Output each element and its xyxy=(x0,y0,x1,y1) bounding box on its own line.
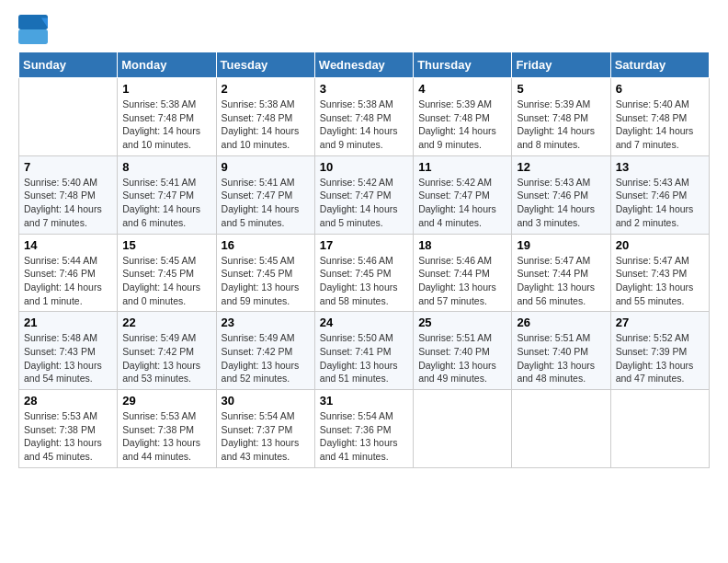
week-row-2: 7Sunrise: 5:40 AMSunset: 7:48 PMDaylight… xyxy=(19,155,710,234)
calendar-table: SundayMondayTuesdayWednesdayThursdayFrid… xyxy=(18,52,710,468)
day-number: 14 xyxy=(24,238,112,252)
calendar-cell: 7Sunrise: 5:40 AMSunset: 7:48 PMDaylight… xyxy=(19,155,118,234)
calendar-cell xyxy=(610,390,709,468)
day-number: 12 xyxy=(517,160,605,174)
day-number: 29 xyxy=(122,394,210,408)
day-info: Sunrise: 5:47 AMSunset: 7:43 PMDaylight:… xyxy=(616,254,704,308)
day-info: Sunrise: 5:53 AMSunset: 7:38 PMDaylight:… xyxy=(24,409,112,464)
header-row: SundayMondayTuesdayWednesdayThursdayFrid… xyxy=(19,52,710,78)
calendar-cell: 10Sunrise: 5:42 AMSunset: 7:47 PMDayligh… xyxy=(314,155,413,234)
calendar-cell: 17Sunrise: 5:46 AMSunset: 7:45 PMDayligh… xyxy=(314,234,413,312)
day-info: Sunrise: 5:51 AMSunset: 7:40 PMDaylight:… xyxy=(418,331,506,385)
day-number: 9 xyxy=(222,160,310,174)
day-info: Sunrise: 5:45 AMSunset: 7:45 PMDaylight:… xyxy=(222,254,310,308)
calendar-cell: 29Sunrise: 5:53 AMSunset: 7:38 PMDayligh… xyxy=(118,390,216,468)
day-info: Sunrise: 5:48 AMSunset: 7:43 PMDaylight:… xyxy=(24,331,112,385)
col-header-saturday: Saturday xyxy=(610,52,709,78)
day-info: Sunrise: 5:49 AMSunset: 7:42 PMDaylight:… xyxy=(122,331,210,385)
calendar-cell xyxy=(414,390,512,468)
day-number: 18 xyxy=(418,238,506,252)
calendar-cell: 24Sunrise: 5:50 AMSunset: 7:41 PMDayligh… xyxy=(314,312,413,390)
day-number: 27 xyxy=(616,316,704,329)
col-header-monday: Monday xyxy=(118,52,216,78)
calendar-cell: 31Sunrise: 5:54 AMSunset: 7:36 PMDayligh… xyxy=(314,390,413,468)
week-row-1: 1Sunrise: 5:38 AMSunset: 7:48 PMDaylight… xyxy=(19,78,710,156)
day-info: Sunrise: 5:53 AMSunset: 7:38 PMDaylight:… xyxy=(122,409,210,464)
calendar-cell: 12Sunrise: 5:43 AMSunset: 7:46 PMDayligh… xyxy=(512,155,610,234)
day-number: 30 xyxy=(222,394,310,408)
day-number: 6 xyxy=(616,82,704,96)
day-number: 20 xyxy=(616,238,704,252)
col-header-thursday: Thursday xyxy=(414,52,512,78)
day-number: 16 xyxy=(222,238,310,252)
day-info: Sunrise: 5:38 AMSunset: 7:48 PMDaylight:… xyxy=(320,98,408,152)
day-info: Sunrise: 5:39 AMSunset: 7:48 PMDaylight:… xyxy=(517,98,605,152)
day-info: Sunrise: 5:41 AMSunset: 7:47 PMDaylight:… xyxy=(222,176,310,230)
day-info: Sunrise: 5:46 AMSunset: 7:45 PMDaylight:… xyxy=(320,254,408,308)
calendar-cell: 25Sunrise: 5:51 AMSunset: 7:40 PMDayligh… xyxy=(414,312,512,390)
day-info: Sunrise: 5:49 AMSunset: 7:42 PMDaylight:… xyxy=(222,331,310,385)
calendar-cell: 5Sunrise: 5:39 AMSunset: 7:48 PMDaylight… xyxy=(512,78,610,156)
col-header-wednesday: Wednesday xyxy=(314,52,413,78)
day-number: 13 xyxy=(616,160,704,174)
day-info: Sunrise: 5:38 AMSunset: 7:48 PMDaylight:… xyxy=(222,98,310,152)
svg-rect-1 xyxy=(18,29,48,44)
logo-icon xyxy=(18,15,48,44)
page-header xyxy=(18,15,710,44)
day-number: 10 xyxy=(320,160,408,174)
day-info: Sunrise: 5:47 AMSunset: 7:44 PMDaylight:… xyxy=(517,254,605,308)
calendar-cell: 19Sunrise: 5:47 AMSunset: 7:44 PMDayligh… xyxy=(512,234,610,312)
day-number: 4 xyxy=(418,82,506,96)
day-number: 19 xyxy=(517,238,605,252)
day-info: Sunrise: 5:50 AMSunset: 7:41 PMDaylight:… xyxy=(320,331,408,385)
day-info: Sunrise: 5:41 AMSunset: 7:47 PMDaylight:… xyxy=(122,176,210,230)
day-info: Sunrise: 5:43 AMSunset: 7:46 PMDaylight:… xyxy=(616,176,704,230)
calendar-cell: 20Sunrise: 5:47 AMSunset: 7:43 PMDayligh… xyxy=(610,234,709,312)
day-number: 26 xyxy=(517,316,605,329)
day-number: 25 xyxy=(418,316,506,329)
calendar-cell: 21Sunrise: 5:48 AMSunset: 7:43 PMDayligh… xyxy=(19,312,118,390)
day-number: 5 xyxy=(517,82,605,96)
day-info: Sunrise: 5:42 AMSunset: 7:47 PMDaylight:… xyxy=(418,176,506,230)
calendar-cell: 11Sunrise: 5:42 AMSunset: 7:47 PMDayligh… xyxy=(414,155,512,234)
calendar-cell: 26Sunrise: 5:51 AMSunset: 7:40 PMDayligh… xyxy=(512,312,610,390)
calendar-cell: 6Sunrise: 5:40 AMSunset: 7:48 PMDaylight… xyxy=(610,78,709,156)
col-header-sunday: Sunday xyxy=(19,52,118,78)
calendar-cell: 9Sunrise: 5:41 AMSunset: 7:47 PMDaylight… xyxy=(216,155,314,234)
day-number: 15 xyxy=(122,238,210,252)
day-info: Sunrise: 5:45 AMSunset: 7:45 PMDaylight:… xyxy=(122,254,210,308)
day-number: 31 xyxy=(320,394,408,408)
col-header-friday: Friday xyxy=(512,52,610,78)
day-info: Sunrise: 5:44 AMSunset: 7:46 PMDaylight:… xyxy=(24,254,112,308)
calendar-cell: 27Sunrise: 5:52 AMSunset: 7:39 PMDayligh… xyxy=(610,312,709,390)
day-number: 8 xyxy=(122,160,210,174)
week-row-5: 28Sunrise: 5:53 AMSunset: 7:38 PMDayligh… xyxy=(19,390,710,468)
calendar-cell xyxy=(19,78,118,156)
logo xyxy=(18,15,51,44)
calendar-cell xyxy=(512,390,610,468)
day-info: Sunrise: 5:38 AMSunset: 7:48 PMDaylight:… xyxy=(122,98,210,152)
col-header-tuesday: Tuesday xyxy=(216,52,314,78)
day-number: 28 xyxy=(24,394,112,408)
calendar-cell: 22Sunrise: 5:49 AMSunset: 7:42 PMDayligh… xyxy=(118,312,216,390)
day-info: Sunrise: 5:51 AMSunset: 7:40 PMDaylight:… xyxy=(517,331,605,385)
day-number: 3 xyxy=(320,82,408,96)
calendar-cell: 3Sunrise: 5:38 AMSunset: 7:48 PMDaylight… xyxy=(314,78,413,156)
day-number: 17 xyxy=(320,238,408,252)
day-number: 7 xyxy=(24,160,112,174)
day-info: Sunrise: 5:39 AMSunset: 7:48 PMDaylight:… xyxy=(418,98,506,152)
calendar-cell: 14Sunrise: 5:44 AMSunset: 7:46 PMDayligh… xyxy=(19,234,118,312)
calendar-cell: 23Sunrise: 5:49 AMSunset: 7:42 PMDayligh… xyxy=(216,312,314,390)
day-number: 21 xyxy=(24,316,112,329)
calendar-cell: 28Sunrise: 5:53 AMSunset: 7:38 PMDayligh… xyxy=(19,390,118,468)
day-info: Sunrise: 5:40 AMSunset: 7:48 PMDaylight:… xyxy=(616,98,704,152)
calendar-cell: 1Sunrise: 5:38 AMSunset: 7:48 PMDaylight… xyxy=(118,78,216,156)
calendar-cell: 15Sunrise: 5:45 AMSunset: 7:45 PMDayligh… xyxy=(118,234,216,312)
calendar-cell: 4Sunrise: 5:39 AMSunset: 7:48 PMDaylight… xyxy=(414,78,512,156)
day-number: 11 xyxy=(418,160,506,174)
calendar-cell: 18Sunrise: 5:46 AMSunset: 7:44 PMDayligh… xyxy=(414,234,512,312)
calendar-cell: 13Sunrise: 5:43 AMSunset: 7:46 PMDayligh… xyxy=(610,155,709,234)
calendar-cell: 16Sunrise: 5:45 AMSunset: 7:45 PMDayligh… xyxy=(216,234,314,312)
week-row-3: 14Sunrise: 5:44 AMSunset: 7:46 PMDayligh… xyxy=(19,234,710,312)
day-number: 1 xyxy=(122,82,210,96)
